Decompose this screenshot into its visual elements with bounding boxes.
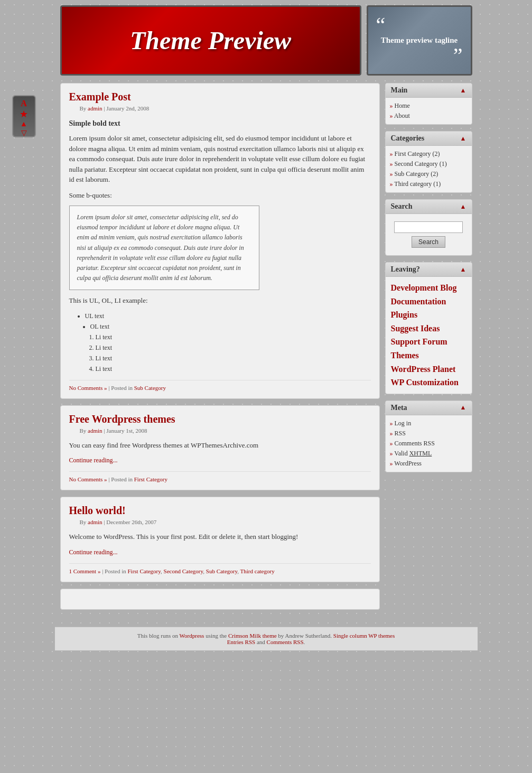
- deco-letter-icon: A: [21, 99, 27, 108]
- post-3-content: Welcome to WordPress. This is your first…: [69, 532, 371, 557]
- post-2-category[interactable]: First Category: [134, 476, 167, 482]
- widget-meta-arrow: ▲: [460, 404, 466, 412]
- post-3-comment-count[interactable]: 1 Comment »: [69, 568, 101, 574]
- tagline-text: Theme preview tagline: [376, 36, 463, 45]
- list-item: OL text: [90, 322, 371, 331]
- list-item: Second Category (1): [390, 159, 468, 169]
- footer-text: This blog runs on Wordpress using the Cr…: [60, 632, 472, 639]
- post-3-date: December 26th, 2007: [106, 519, 156, 525]
- decoration-icon: A ★ ▲ ▽: [12, 95, 36, 137]
- post-3-continue[interactable]: Continue reading...: [69, 547, 371, 557]
- post-3-meta: By admin | December 26th, 2007: [69, 519, 371, 525]
- cat-third[interactable]: Third category (1): [394, 180, 441, 188]
- search-input[interactable]: [394, 221, 463, 233]
- list-item: Valid XHTML: [390, 449, 468, 459]
- deco-arrow-up-icon: ▲: [20, 120, 27, 128]
- footer-single-col-link[interactable]: Single column WP themes: [333, 632, 395, 639]
- post-2-continue[interactable]: Continue reading...: [69, 455, 371, 465]
- post-3: Hello world! By admin | December 26th, 2…: [60, 497, 380, 582]
- widget-meta-title: Meta ▲: [386, 401, 472, 415]
- widget-categories-content: First Category (2) Second Category (1) S…: [386, 146, 472, 192]
- meta-wordpress[interactable]: WordPress: [394, 460, 422, 467]
- search-button[interactable]: Search: [412, 236, 445, 248]
- meta-rss[interactable]: RSS: [395, 430, 406, 437]
- widget-categories-arrow: ▲: [460, 135, 466, 143]
- post-2-author[interactable]: admin: [88, 427, 102, 434]
- site-logo: Theme Preview: [60, 5, 361, 76]
- cat-second[interactable]: Second Category (1): [395, 160, 447, 167]
- list-item: Comments RSS: [390, 439, 468, 449]
- list-item: Sub Category (2): [390, 169, 468, 179]
- quote-close: ”: [376, 45, 463, 66]
- post-1-blockquote: Lorem ipsum dolor sit amet, consectetur …: [69, 206, 259, 290]
- meta-comments-rss[interactable]: Comments RSS: [395, 440, 435, 447]
- widget-leaving-arrow: ▲: [460, 266, 466, 274]
- cat-first[interactable]: First Category (2): [395, 150, 440, 157]
- leaving-link[interactable]: Plugins: [391, 308, 466, 322]
- leaving-link[interactable]: Themes: [391, 349, 466, 362]
- widget-leaving: Leaving? ▲ Development Blog Documentatio…: [385, 262, 472, 394]
- deco-star-icon: ★: [20, 108, 28, 120]
- post-1-ul-label: This is UL, OL, LI example:: [69, 295, 371, 306]
- meta-xhtml[interactable]: Valid XHTML: [394, 450, 432, 457]
- post-3-cat-3[interactable]: Sub Category: [206, 568, 237, 574]
- post-3-cat-1[interactable]: First Category: [128, 568, 161, 574]
- post-1-content: Simple bold text Lorem ipsum dolor sit a…: [69, 118, 371, 374]
- widget-search-arrow: ▲: [460, 203, 466, 211]
- content-wrapper: Example Post By admin | January 2nd, 200…: [55, 83, 478, 616]
- empty-footer-area: [60, 589, 380, 610]
- list-item: Li text: [96, 332, 371, 342]
- meta-login[interactable]: Log in: [395, 420, 412, 427]
- cat-sub[interactable]: Sub Category (2): [395, 170, 438, 178]
- post-1: Example Post By admin | January 2nd, 200…: [60, 83, 380, 399]
- post-3-cat-4[interactable]: Third category: [240, 568, 275, 574]
- leaving-link[interactable]: Suggest Ideas: [391, 322, 466, 336]
- footer-entries-rss[interactable]: Entries RSS: [227, 639, 255, 645]
- list-item: WordPress: [390, 459, 468, 469]
- post-2-footer: No Comments » | Posted in First Category: [69, 471, 371, 482]
- post-1-meta: By admin | January 2nd, 2008: [69, 105, 371, 111]
- post-2-title[interactable]: Free Wordpress themes: [69, 413, 371, 425]
- sidebar: Main ▲ Home About Categories ▲: [385, 83, 472, 616]
- site-title: Theme Preview: [130, 26, 291, 55]
- list-item: Li text: [96, 364, 371, 374]
- nav-about[interactable]: About: [394, 112, 410, 119]
- post-3-cat-2[interactable]: Second Category: [164, 568, 203, 574]
- widget-main: Main ▲ Home About: [385, 83, 472, 125]
- list-item: Home: [390, 101, 468, 111]
- post-1-date: January 2nd, 2008: [106, 105, 149, 111]
- footer-theme-link[interactable]: Crimson Milk theme: [228, 632, 277, 639]
- widget-search: Search ▲ Search: [385, 199, 472, 256]
- nav-home[interactable]: Home: [395, 102, 410, 109]
- post-3-posted-in: Posted in: [105, 568, 126, 574]
- post-2-no-comments[interactable]: No Comments »: [69, 476, 107, 482]
- post-2-content: You can easy find free Wordpress themes …: [69, 440, 371, 465]
- leaving-link[interactable]: Documentation: [391, 295, 466, 309]
- widget-leaving-title: Leaving? ▲: [386, 263, 472, 277]
- post-3-footer: 1 Comment » | Posted in First Category, …: [69, 563, 371, 574]
- post-1-category[interactable]: Sub Category: [134, 385, 166, 391]
- leaving-link[interactable]: Support Forum: [391, 335, 466, 349]
- list-item: UL text: [85, 311, 371, 321]
- post-3-title[interactable]: Hello world!: [69, 505, 371, 517]
- post-1-lists: UL text OL text Li text Li text Li text …: [80, 311, 371, 374]
- leaving-link[interactable]: WordPress Planet: [391, 362, 466, 376]
- leaving-link[interactable]: Development Blog: [391, 281, 466, 295]
- deco-arrow-down-icon: ▽: [21, 128, 27, 137]
- list-item: Third category (1): [390, 179, 468, 189]
- post-1-paragraph: Lorem ipsum dolor sit amet, consectetur …: [69, 133, 371, 185]
- widget-categories: Categories ▲ First Category (2) Second C…: [385, 131, 472, 193]
- post-1-author[interactable]: admin: [88, 105, 102, 111]
- main-content: Example Post By admin | January 2nd, 200…: [60, 83, 380, 616]
- post-1-no-comments[interactable]: No Comments »: [69, 385, 107, 391]
- post-1-title[interactable]: Example Post: [69, 91, 371, 103]
- footer-comments-rss[interactable]: Comments RSS: [267, 639, 304, 645]
- leaving-link[interactable]: WP Customization: [391, 376, 466, 389]
- footer-wordpress-link[interactable]: Wordpress: [180, 632, 204, 639]
- post-1-bold-heading: Simple bold text: [69, 118, 371, 129]
- widget-main-title: Main ▲: [386, 83, 472, 98]
- list-item: Li text: [96, 343, 371, 352]
- post-3-author[interactable]: admin: [88, 519, 102, 525]
- list-item: First Category (2): [390, 149, 468, 159]
- list-item: About: [390, 111, 468, 121]
